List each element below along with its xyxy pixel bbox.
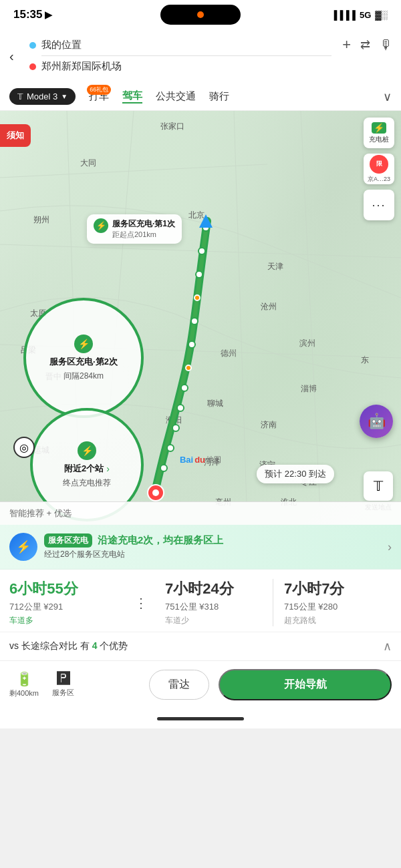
comparison-collapse-icon[interactable]: ∧ [383,639,392,654]
charge-service-tag: 服务区充电 [44,533,92,548]
limit-badge: 限 [370,155,388,174]
charge-service-banner[interactable]: ⚡ 服务区充电 沿途充电2次，均在服务区上 经过28个服务区充电站 › [0,525,401,570]
comparison-bar[interactable]: vs 长途综合对比 有 4 个优势 ∧ [0,632,401,660]
route-dots-menu[interactable]: ⋮ [128,579,154,626]
charge-1-title: 服务区充电·第1次 [112,218,175,230]
route-swap-button[interactable]: ⇄ [360,37,370,52]
back-button[interactable]: ‹ [9,49,14,64]
svg-point-18 [160,465,167,471]
map-area: 张家口 大同 朔州 北京 天津 沧州 太原 吕梁 晋中 德州 滨州 东 聊城 淄… [0,111,401,525]
service-label: 服务区 [52,688,74,698]
limit-label: 京A…23 [368,175,390,184]
smart-recommend-bar: 智能推荐 + 优选 [0,501,401,525]
service-area-info: 🅿 服务区 [52,671,74,698]
route-2-detail: 751公里 ¥318 [165,601,273,613]
svg-point-15 [177,405,184,411]
bubble-3-sub: 终点充电推荐 [63,477,111,489]
model-dropdown-icon: ▼ [61,93,68,100]
comparison-text: vs 长途综合对比 有 4 个优势 [9,640,128,652]
bottom-info: 🔋 剩400km 🅿 服务区 [9,671,140,698]
route-option-3[interactable]: 7小时7分 715公里 ¥280 超充路线 [273,579,392,626]
svg-point-11 [191,318,198,324]
route-option-1[interactable]: 6小时55分 712公里 ¥291 车道多 [9,579,128,626]
battery-icon: 🔋 [16,671,33,687]
route-2-tag: 车道少 [165,615,273,626]
route-divider [41,55,331,56]
tesla-send-icon: 𝕋 [364,471,393,501]
notice-badge[interactable]: 须知 [0,124,31,147]
bubble-2-sub: 间隔284km [63,371,104,382]
voice-button[interactable]: 🎙 [380,37,393,53]
bottom-actions: 🔋 剩400km 🅿 服务区 雷达 开始导航 [0,660,401,708]
baidu-logo: Bai [180,455,193,465]
network-type: 5G [360,10,371,20]
comparison-count: 4 [92,640,98,651]
limit-badge-button[interactable]: 限 京A…23 [364,154,394,184]
battery-info: 🔋 剩400km [9,671,39,698]
bubble-3-arrow: › [106,463,110,474]
baidu-logo-2: du [194,455,205,465]
navigation-icon: ▶ [45,9,52,20]
my-location-button[interactable]: ◎ [13,437,35,458]
bottom-panel: ⚡ 服务区充电 沿途充电2次，均在服务区上 经过28个服务区充电站 › 6小时5… [0,525,401,708]
svg-point-14 [181,385,188,391]
baidu-map-label: 地图 [207,455,221,465]
transport-tabs: 𝕋 Model 3 ▼ 66礼包 打车 驾车 公共交通 骑行 ∨ [0,83,401,111]
svg-point-8 [198,248,205,254]
status-bar: 15:35 ▶ ▐▐▐▐ 5G ▓░ [0,0,401,29]
more-options-button[interactable]: ··· [364,190,394,220]
start-navigation-button[interactable]: 开始导航 [219,669,392,700]
dynamic-island [160,5,241,25]
svg-point-13 [186,365,191,371]
origin-dot [29,42,36,49]
charge-service-arrow: › [388,540,392,554]
svg-point-9 [196,271,203,278]
charge-1-sub: 距起点201km [112,230,175,240]
tab-transit[interactable]: 公共交通 [156,90,196,103]
charge-lightning-icon: ⚡ [372,122,386,134]
svg-point-16 [172,425,179,431]
status-icons: ▐▐▐▐ 5G ▓░ [331,10,388,20]
destination-dot [29,63,36,70]
header-actions: + ⇄ 🎙 [342,36,393,53]
parking-icon: 🅿 [57,671,70,686]
charge-bubble-1-text: 服务区充电·第1次 距起点201km [112,218,175,240]
svg-line-4 [0,164,267,178]
bubble-2-icon: ⚡ [74,335,93,353]
ai-robot-button[interactable]: 🤖 [360,405,393,438]
status-time: 15:35 ▶ [13,8,52,21]
destination-text[interactable]: 郑州新郑国际机场 [41,60,122,73]
more-tabs-button[interactable]: ∨ [383,89,392,104]
svg-point-10 [194,295,200,300]
charge-bubble-1: ⚡ 服务区充电·第1次 距起点201km [87,214,182,244]
add-waypoint-button[interactable]: + [342,36,351,53]
charge-service-subtitle: 经过28个服务区充电站 [44,549,381,560]
charge-circle-bubble-2: ⚡ 服务区充电·第2次 间隔284km [23,298,144,418]
svg-point-12 [188,341,195,348]
route-inputs: 我的位置 郑州新郑国际机场 [29,36,331,75]
origin-text[interactable]: 我的位置 [41,39,82,51]
route-1-tag: 车道多 [9,615,117,626]
route-1-detail: 712公里 ¥291 [9,601,117,613]
signal-bars: ▐▐▐▐ [331,10,356,20]
charge-station-button[interactable]: ⚡ 充电桩 [364,118,394,148]
route-3-detail: 715公里 ¥280 [284,601,392,613]
location-icon: ◎ [19,441,29,454]
charge-service-icon: ⚡ [9,533,37,561]
route-options: 6小时55分 712公里 ¥291 车道多 ⋮ 7小时24分 751公里 ¥31… [0,570,401,632]
tab-taxi[interactable]: 66礼包 打车 [89,90,109,103]
bubble-3-icon: ⚡ [78,441,96,460]
svg-line-6 [301,111,321,525]
car-model-button[interactable]: 𝕋 Model 3 ▼ [9,88,76,105]
charge-service-text: 服务区充电 沿途充电2次，均在服务区上 经过28个服务区充电站 [44,533,381,560]
tesla-logo: 𝕋 [17,92,23,101]
battery-icon: ▓░ [375,10,388,20]
home-bar [157,717,244,720]
route-1-time: 6小时55分 [9,579,117,599]
radar-button[interactable]: 雷达 [149,670,209,700]
tab-drive[interactable]: 驾车 [122,89,142,103]
tab-bike[interactable]: 骑行 [209,90,229,103]
route-3-tag: 超充路线 [284,615,392,626]
more-dots-icon: ··· [372,198,386,212]
route-option-2[interactable]: 7小时24分 751公里 ¥318 车道少 [154,579,273,626]
